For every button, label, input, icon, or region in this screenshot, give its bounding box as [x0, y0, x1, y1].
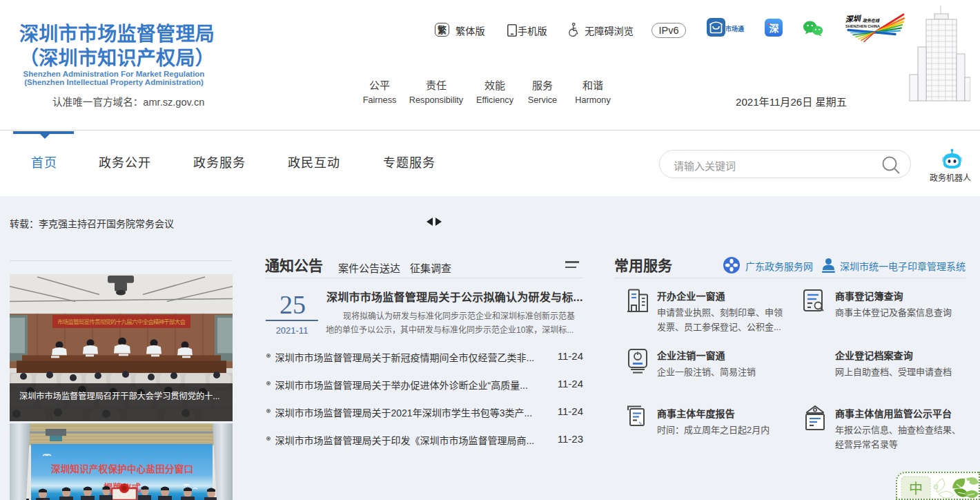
- svg-text:深圳: 深圳: [845, 14, 862, 23]
- svg-text:政务在线: 政务在线: [863, 18, 880, 23]
- svg-text:市场监管局宣传贯彻党的十九届六中全会精神干部大会: 市场监管局宣传贯彻党的十九届六中全会精神干部大会: [57, 318, 186, 325]
- svg-text:深圳知识产权保护中心盐田分窗口: 深圳知识产权保护中心盐田分窗口: [51, 463, 193, 474]
- svg-text:深: 深: [770, 23, 779, 34]
- svg-text:中: 中: [909, 481, 923, 497]
- svg-text:SHENZHEN CHINA: SHENZHEN CHINA: [845, 24, 880, 28]
